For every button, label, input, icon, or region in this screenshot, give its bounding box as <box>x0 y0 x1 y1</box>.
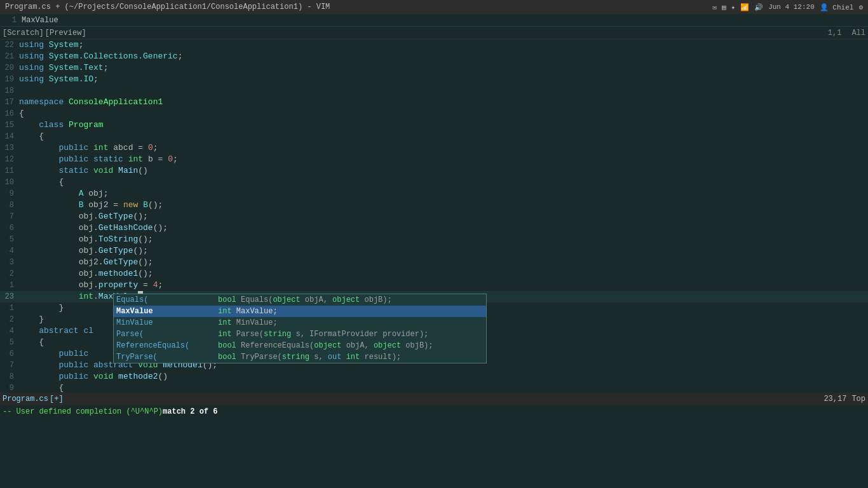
code-line: 2 obj.methode1(); <box>0 268 868 280</box>
code-line: 19 using System.IO; <box>0 74 868 85</box>
ac-item-equals[interactable]: Equals( bool Equals(object objA, object … <box>114 294 486 306</box>
code-line: 9 A obj; <box>0 188 868 200</box>
cmd-match: match 2 of 6 <box>163 407 217 416</box>
code-line: 8 B obj2 = new B(); <box>0 200 868 211</box>
vim-top-bar: 1 MaxValue <box>0 14 868 27</box>
code-line: 20 using System.Text; <box>0 62 868 74</box>
top-line-num: 1 <box>3 16 22 25</box>
tab-position: 1,1 <box>828 29 842 37</box>
code-line: 18 <box>0 85 868 97</box>
code-line: 17 namespace ConsoleApplication1 <box>0 97 868 108</box>
title-bar: Program.cs + (~/Projects/ConsoleApplicat… <box>0 0 868 14</box>
code-line: 21 using System.Collections.Generic; <box>0 51 868 62</box>
status-flags: [+] <box>50 395 64 403</box>
command-line: -- User defined completion (^U^N^P) matc… <box>0 405 868 418</box>
ac-item-maxvalue[interactable]: MaxValue int MaxValue; <box>114 306 486 317</box>
menu-icon: ▤ <box>722 3 726 11</box>
status-bar: Program.cs [+] 23,17 Top <box>0 393 868 405</box>
code-line: 3 obj2.GetType(); <box>0 257 868 268</box>
datetime: Jun 4 12:20 <box>768 3 815 11</box>
code-line: 22 using System; <box>0 39 868 51</box>
tab-scroll: All <box>851 29 865 37</box>
ac-item-tryparse[interactable]: TryParse( bool TryParse(string s, out in… <box>114 351 486 363</box>
code-line: 8 public void methode2() <box>0 371 868 383</box>
cmd-prefix: -- User defined completion (^U^N^P) <box>3 407 163 416</box>
code-line: 15 class Program <box>0 119 868 131</box>
title-bar-right: ✉ ▤ ✦ 📶 🔊 Jun 4 12:20 👤 Chiel ⚙ <box>712 3 863 11</box>
code-line: 1 obj.property = 4; <box>0 280 868 291</box>
scratch-header: [Scratch] [Preview] 1,1 All <box>0 27 868 39</box>
scratch-tab[interactable]: [Scratch] <box>3 29 44 37</box>
email-icon: ✉ <box>712 3 717 11</box>
ac-item-parse[interactable]: Parse( int Parse(string s, IFormatProvid… <box>114 329 486 340</box>
status-position: 23,17 <box>824 395 846 403</box>
code-line: 4 obj.GetType(); <box>0 245 868 257</box>
autocomplete-dropdown[interactable]: Equals( bool Equals(object objA, object … <box>113 294 487 363</box>
top-line-content: MaxValue <box>22 16 58 25</box>
ac-item-minvalue[interactable]: MinValue int MinValue; <box>114 317 486 329</box>
code-line: 12 public static int b = 0; <box>0 154 868 165</box>
code-line: 13 public int abcd = 0; <box>0 142 868 154</box>
preview-tab[interactable]: [Preview] <box>45 29 86 37</box>
editor: 22 using System; 21 using System.Collect… <box>0 39 868 418</box>
code-line: 6 obj.GetHashCode(); <box>0 222 868 234</box>
window-title: Program.cs + (~/Projects/ConsoleApplicat… <box>5 3 330 11</box>
user-info: 👤 Chiel <box>820 3 854 11</box>
wifi-icon: 📶 <box>740 3 749 11</box>
code-line: 5 obj.ToString(); <box>0 234 868 245</box>
code-line: 16 { <box>0 108 868 119</box>
code-line: 11 static void Main() <box>0 165 868 177</box>
ac-item-referenceequals[interactable]: ReferenceEquals( bool ReferenceEquals(ob… <box>114 340 486 351</box>
code-line: 7 obj.GetType(); <box>0 211 868 222</box>
status-scroll: Top <box>851 395 865 403</box>
status-filename: Program.cs <box>3 395 48 403</box>
bluetooth-icon: ✦ <box>731 3 736 11</box>
volume-icon: 🔊 <box>754 3 763 11</box>
code-line: 10 { <box>0 177 868 188</box>
code-line: 14 { <box>0 131 868 142</box>
settings-icon: ⚙ <box>858 3 863 11</box>
